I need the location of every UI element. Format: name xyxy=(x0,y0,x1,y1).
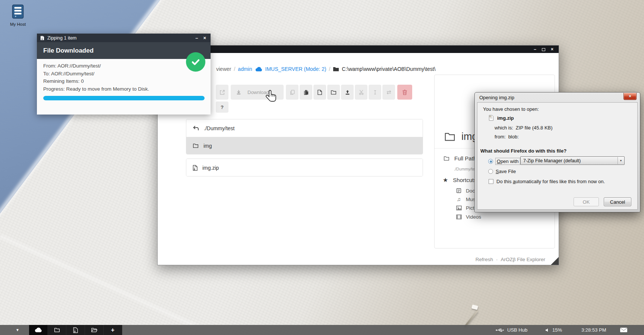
breadcrumb: viewer / admin IMUS_SERVER (Mode: 2) / C… xyxy=(216,65,436,73)
folder-icon xyxy=(193,143,199,148)
which-is-row: which is: ZIP file (45.8 KB) xyxy=(495,125,553,131)
zip-file-icon xyxy=(489,115,494,121)
delete-button[interactable] xyxy=(397,85,412,100)
external-link-icon xyxy=(220,90,225,95)
do-automatically-label[interactable]: Do this automatically for files like thi… xyxy=(496,179,605,184)
zipping-window: Zipping 1 item – × File Downloaded From:… xyxy=(37,34,211,115)
copy-button[interactable] xyxy=(286,85,299,100)
zip-icon xyxy=(193,165,198,171)
download-button[interactable]: Download xyxy=(231,85,284,100)
paste-button[interactable] xyxy=(300,85,312,100)
from-label: from: xyxy=(495,134,506,140)
breadcrumb-server-link[interactable]: IMUS_SERVER (Mode: 2) xyxy=(265,66,326,72)
mail-tray-icon[interactable] xyxy=(620,325,628,335)
save-file-radio[interactable] xyxy=(488,169,493,174)
zipping-titlebar[interactable]: Zipping 1 item – × xyxy=(37,34,211,42)
taskbar-cloud-button[interactable] xyxy=(29,325,48,335)
from-value: blob: xyxy=(508,134,519,140)
dialog-filename: img.zip xyxy=(497,115,514,121)
download-label: Download xyxy=(247,90,269,95)
opening-file-dialog: Opening img.zip × You have chosen to ope… xyxy=(474,92,640,212)
upload-icon xyxy=(345,90,350,95)
new-folder-button[interactable] xyxy=(327,85,340,100)
taskbar-add-button[interactable]: + xyxy=(104,325,122,335)
open-with-option[interactable]: Open with xyxy=(488,158,520,165)
zipping-close-button[interactable]: × xyxy=(202,35,207,41)
file-list-card: ./Dummy/test img xyxy=(186,119,423,154)
dialog-title: Opening img.zip xyxy=(479,95,514,100)
file-row-parent-dir[interactable]: ./Dummy/test xyxy=(186,119,423,137)
desktop-icon-my-host[interactable]: My Host xyxy=(4,4,32,26)
file-list-card: img.zip xyxy=(186,159,423,176)
explorer-footer: Refresh · ArOZβ File Explorer xyxy=(476,257,545,262)
swap-button[interactable] xyxy=(382,85,395,100)
plus-icon: + xyxy=(111,325,114,335)
dialog-close-button[interactable]: × xyxy=(624,93,637,100)
cancel-button[interactable]: Cancel xyxy=(604,197,631,206)
shortcuts-label: Shortcuts xyxy=(453,177,476,183)
explorer-maximize-button[interactable] xyxy=(542,46,545,53)
explorer-titlebar[interactable]: – × xyxy=(158,46,559,53)
which-is-label: which is: xyxy=(495,125,513,131)
to-line: To: AOR://Dummy/test/ xyxy=(43,70,205,78)
new-file-icon xyxy=(317,90,322,95)
save-file-option[interactable]: Save File xyxy=(488,169,516,174)
dialog-file-row: img.zip xyxy=(489,115,514,121)
shortcut-label: Videos xyxy=(466,214,481,220)
zipping-body: From: AOR://Dummy/test/ To: AOR://Dummy/… xyxy=(37,59,211,115)
folder-icon xyxy=(333,66,339,72)
from-row: from: blob: xyxy=(495,134,519,140)
file-row-img-folder[interactable]: img xyxy=(186,137,423,154)
desktop-icon-label: My Host xyxy=(4,22,32,26)
taskbar-open-folder-button[interactable] xyxy=(85,325,104,335)
taskbar-clock: 3:28:53 PM xyxy=(581,325,606,335)
file-row-img-zip[interactable]: img.zip xyxy=(186,159,423,176)
success-check-icon xyxy=(186,52,205,72)
new-file-button[interactable] xyxy=(313,85,326,100)
maximize-icon xyxy=(542,48,545,51)
back-icon xyxy=(193,126,199,131)
rename-button[interactable] xyxy=(369,85,381,100)
cut-button[interactable] xyxy=(355,85,367,100)
do-automatically-option[interactable]: Do this automatically for files like thi… xyxy=(489,179,605,184)
breadcrumb-viewer: viewer xyxy=(216,66,231,72)
breadcrumb-separator: / xyxy=(329,66,330,72)
resize-handle[interactable] xyxy=(551,257,559,265)
explorer-close-button[interactable]: × xyxy=(551,46,553,53)
cloud-icon xyxy=(255,67,263,72)
music-icon: ♫ xyxy=(455,196,462,202)
open-with-dropdown[interactable]: 7-Zip File Manager (default) ▼ xyxy=(520,156,625,165)
taskbar-folder-button[interactable] xyxy=(48,325,66,335)
help-button[interactable]: ? xyxy=(216,101,228,113)
upload-button[interactable] xyxy=(341,85,354,100)
progress-bar xyxy=(43,96,205,100)
taskbar-zip-button[interactable] xyxy=(66,325,85,335)
film-icon xyxy=(455,215,462,219)
breadcrumb-path: C:\wamp\www\private\AOB\Dummy\test\ xyxy=(342,66,435,72)
paste-icon xyxy=(303,90,309,95)
usb-tray-item[interactable]: USB Hub xyxy=(496,325,527,335)
open-with-radio[interactable] xyxy=(488,159,493,164)
explorer-minimize-button[interactable]: – xyxy=(534,46,536,53)
usb-label: USB Hub xyxy=(507,327,527,333)
do-automatically-checkbox[interactable] xyxy=(489,179,493,184)
folder-icon xyxy=(443,156,449,161)
footer-separator: · xyxy=(496,257,498,262)
refresh-link[interactable]: Refresh xyxy=(476,257,493,262)
remaining-line: Remining Items: 0 xyxy=(43,78,205,85)
desktop: My Host – × viewer / admin IMUS_SERVER (… xyxy=(0,0,644,335)
open-in-new-button[interactable] xyxy=(216,85,228,100)
new-folder-icon xyxy=(331,90,337,95)
app-name: ArOZβ File Explorer xyxy=(501,257,545,262)
save-file-label[interactable]: Save File xyxy=(496,169,516,174)
file-name: img xyxy=(203,143,212,149)
zipping-minimize-button[interactable]: – xyxy=(194,35,199,41)
volume-tray-item[interactable]: 15% xyxy=(545,325,562,335)
open-with-label[interactable]: Open with xyxy=(496,158,520,165)
breadcrumb-user-link[interactable]: admin xyxy=(238,66,252,72)
ok-button[interactable]: OK xyxy=(574,197,599,206)
taskbar-chevron-button[interactable]: ▼ xyxy=(16,325,19,335)
usb-icon xyxy=(496,328,504,332)
full-path-label: Full Path xyxy=(454,155,476,162)
shortcut-videos[interactable]: Videos xyxy=(455,213,481,220)
